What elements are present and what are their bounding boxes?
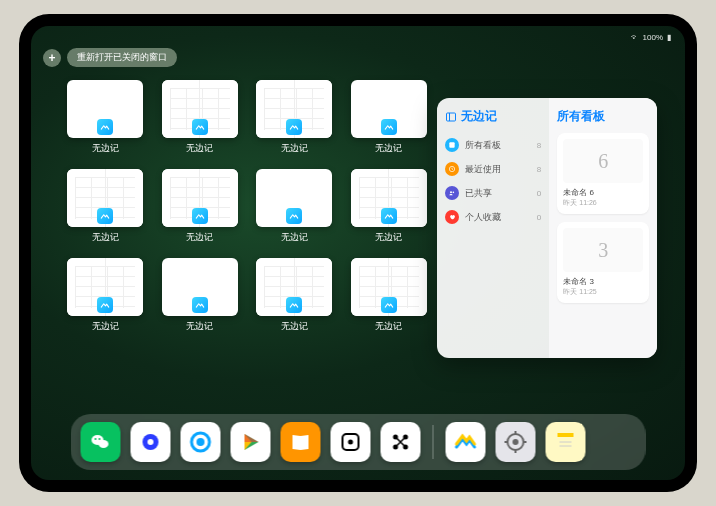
category-count: 0 [537,189,541,198]
freeform-app-icon [286,208,302,224]
board-preview: 6 [563,139,643,183]
dock-app-books[interactable] [281,422,321,462]
dock-app-settings[interactable] [496,422,536,462]
category-label: 最近使用 [465,163,501,176]
category-icon [445,186,459,200]
window-label: 无边记 [186,320,213,333]
popover-app-title: 无边记 [445,108,541,125]
category-row[interactable]: 最近使用8 [445,157,541,181]
dock-app-qqbrowser[interactable] [181,422,221,462]
category-label: 所有看板 [465,139,501,152]
svg-point-13 [197,438,205,446]
window-thumbnail[interactable]: 无边记 [351,169,428,244]
app-expose-grid: 无边记无边记无边记无边记无边记无边记无边记无边记无边记无边记无边记无边记 [67,80,427,333]
window-label: 无边记 [375,142,402,155]
category-label: 个人收藏 [465,211,501,224]
svg-point-21 [513,439,519,445]
svg-point-5 [453,192,455,194]
freeform-app-icon [381,119,397,135]
dock-app-play[interactable] [231,422,271,462]
window-label: 无边记 [186,142,213,155]
window-thumbnail[interactable]: 无边记 [162,169,239,244]
dock-app-wechat[interactable] [81,422,121,462]
category-icon [445,138,459,152]
window-thumbnail[interactable]: 无边记 [67,80,144,155]
window-thumbnail[interactable]: 无边记 [67,169,144,244]
board-card[interactable]: 6未命名 6昨天 11:26 [557,133,649,214]
freeform-app-icon [192,297,208,313]
window-label: 无边记 [375,320,402,333]
popover-sidebar: 无边记 所有看板8最近使用8已共享0个人收藏0 [437,98,549,358]
wifi-icon: ᯤ [631,33,639,42]
window-label: 无边记 [281,142,308,155]
board-name: 未命名 6 [563,187,643,198]
status-right: ᯤ 100% ▮ [631,33,671,42]
svg-rect-26 [558,433,574,437]
add-window-button[interactable]: + [43,49,61,67]
board-card[interactable]: 3未命名 3昨天 11:25 [557,222,649,303]
window-thumbnail[interactable]: 无边记 [256,80,333,155]
freeform-app-icon [286,297,302,313]
window-thumbnail[interactable]: 无边记 [162,80,239,155]
window-thumbnail[interactable]: 无边记 [351,258,428,333]
svg-point-15 [348,440,353,445]
category-row[interactable]: 个人收藏0 [445,205,541,229]
window-thumbnail[interactable]: 无边记 [256,169,333,244]
reopen-closed-window-chip[interactable]: 重新打开已关闭的窗口 [67,48,177,67]
freeform-app-icon [381,208,397,224]
category-label: 已共享 [465,187,492,200]
dock-app-quark[interactable] [131,422,171,462]
window-label: 无边记 [92,231,119,244]
window-label: 无边记 [186,231,213,244]
dock-app-connect[interactable] [381,422,421,462]
freeform-app-icon [97,297,113,313]
svg-point-4 [450,191,452,193]
freeform-app-icon [97,119,113,135]
battery-label: 100% [643,33,663,42]
category-count: 8 [537,141,541,150]
freeform-popover: ⋯ 无边记 所有看板8最近使用8已共享0个人收藏0 所有看板 6未命名 6昨天 … [437,98,657,358]
freeform-app-icon [381,297,397,313]
board-time: 昨天 11:25 [563,287,643,297]
svg-point-7 [99,440,109,448]
svg-point-9 [99,438,101,440]
board-time: 昨天 11:26 [563,198,643,208]
sidebar-icon [445,111,457,123]
category-row[interactable]: 所有看板8 [445,133,541,157]
svg-rect-0 [447,113,456,121]
dock-app-library[interactable] [596,422,636,462]
window-label: 无边记 [281,320,308,333]
ipad-frame: ᯤ 100% ▮ + 重新打开已关闭的窗口 无边记无边记无边记无边记无边记无边记… [19,14,697,492]
window-label: 无边记 [92,320,119,333]
category-count: 0 [537,213,541,222]
window-thumbnail[interactable]: 无边记 [162,258,239,333]
screen: ᯤ 100% ▮ + 重新打开已关闭的窗口 无边记无边记无边记无边记无边记无边记… [31,26,685,480]
category-row[interactable]: 已共享0 [445,181,541,205]
svg-point-11 [148,439,154,445]
window-thumbnail[interactable]: 无边记 [351,80,428,155]
top-bar: + 重新打开已关闭的窗口 [43,48,177,67]
svg-point-8 [95,438,97,440]
popover-right-title: 所有看板 [557,108,649,125]
board-preview: 3 [563,228,643,272]
window-thumbnail[interactable]: 无边记 [256,258,333,333]
dock-app-dice[interactable] [331,422,371,462]
window-label: 无边记 [375,231,402,244]
board-name: 未命名 3 [563,276,643,287]
freeform-app-icon [97,208,113,224]
dock-app-freeform[interactable] [446,422,486,462]
window-thumbnail[interactable]: 无边记 [67,258,144,333]
battery-icon: ▮ [667,33,671,42]
dock-separator [433,425,434,459]
window-label: 无边记 [281,231,308,244]
category-count: 8 [537,165,541,174]
dock-app-notes[interactable] [546,422,586,462]
category-icon [445,210,459,224]
status-bar: ᯤ 100% ▮ [31,30,685,44]
freeform-app-icon [192,208,208,224]
window-label: 无边记 [92,142,119,155]
freeform-app-icon [286,119,302,135]
popover-boards: 所有看板 6未命名 6昨天 11:263未命名 3昨天 11:25 [549,98,657,358]
dock [71,414,646,470]
freeform-app-icon [192,119,208,135]
